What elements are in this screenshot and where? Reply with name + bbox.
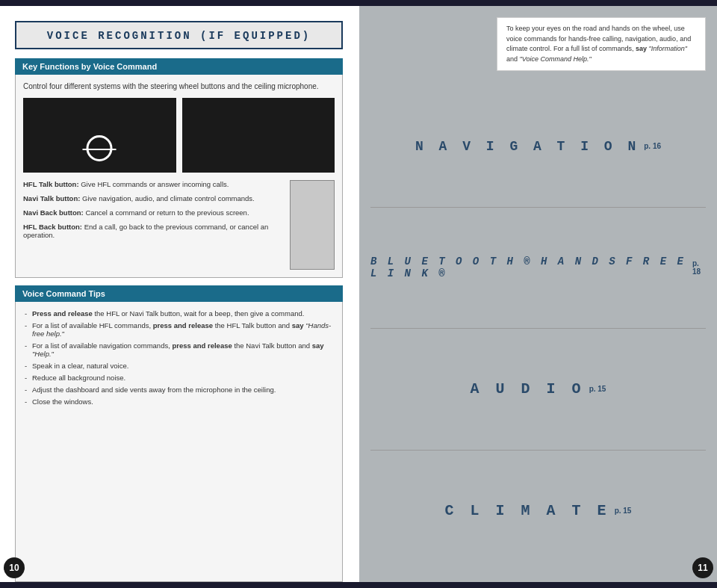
ceiling-mic-image: [182, 98, 335, 173]
navi-talk-label: Navi Talk button:: [23, 194, 80, 202]
steering-wheel-icon: [87, 135, 113, 161]
bluetooth-section: B L U E T O O T H ® H A N D S F R E E L …: [370, 208, 706, 329]
left-page-number: 10: [4, 557, 25, 578]
images-row: [23, 98, 335, 173]
key-functions-header: Key Functions by Voice Command: [15, 58, 343, 75]
tip-7: Close the windows.: [25, 397, 333, 406]
button-list: HFL Talk button: Give HFL commands or an…: [23, 180, 284, 270]
voice-recognition-title: VOICE RECOGNITION (if equipped): [47, 30, 311, 42]
hfl-back-button-item: HFL Back button: End a call, go back to …: [23, 223, 284, 239]
right-page: To keep your eyes on the road and hands …: [359, 6, 717, 582]
voice-tips-header: Voice Command Tips: [15, 285, 343, 302]
hfl-talk-label: HFL Talk button:: [23, 180, 79, 188]
diagram-connector-box: [290, 180, 335, 270]
steering-wheel-image: [23, 98, 176, 173]
key-functions-body: Control four different systems with the …: [15, 75, 343, 278]
voice-tips-list: Press and release the HFL or Navi Talk b…: [25, 309, 333, 406]
navigation-section: N A V I G A T I O N p. 16: [370, 86, 706, 208]
right-page-number: 11: [692, 557, 713, 578]
key-functions-description: Control four different systems with the …: [23, 82, 335, 90]
navi-back-text: Cancel a command or return to the previo…: [85, 208, 249, 217]
info-box: To keep your eyes on the road and hands …: [497, 17, 706, 71]
hfl-talk-text: Give HFL commands or answer incoming cal…: [81, 180, 229, 188]
navi-back-label: Navi Back button:: [23, 208, 84, 217]
navigation-page-ref: p. 16: [644, 142, 661, 150]
button-diagram: HFL Talk button: Give HFL commands or an…: [23, 180, 335, 270]
tip-6: Adjust the dashboard and side vents away…: [25, 386, 333, 394]
tip-3: For a list of available navigation comma…: [25, 341, 333, 358]
tip-4: Speak in a clear, natural voice.: [25, 362, 333, 370]
tip-5: Reduce all background noise.: [25, 374, 333, 382]
bluetooth-page-ref: p. 18: [692, 259, 706, 276]
climate-page-ref: p. 15: [615, 507, 632, 515]
navi-talk-button-item: Navi Talk button: Give navigation, audio…: [23, 194, 284, 202]
navigation-title: N A V I G A T I O N: [415, 139, 639, 154]
left-page: VOICE RECOGNITION (if equipped) Key Func…: [0, 6, 358, 582]
voice-recognition-title-box: VOICE RECOGNITION (if equipped): [15, 21, 343, 49]
navi-talk-text: Give navigation, audio, and climate cont…: [82, 194, 255, 202]
audio-section: A U D I O p. 15: [370, 329, 706, 451]
climate-title: C L I M A T E: [445, 502, 610, 519]
navi-back-button-item: Navi Back button: Cancel a command or re…: [23, 208, 284, 217]
voice-tips-body: Press and release the HFL or Navi Talk b…: [15, 302, 343, 582]
audio-title: A U D I O: [471, 380, 585, 397]
tip-1: Press and release the HFL or Navi Talk b…: [25, 309, 333, 318]
audio-page-ref: p. 15: [589, 385, 606, 393]
tip-2: For a list of available HFL commands, pr…: [25, 321, 333, 338]
top-bar: [0, 0, 717, 6]
bottom-bar: [0, 582, 717, 588]
bluetooth-title: B L U E T O O T H ® H A N D S F R E E L …: [370, 256, 688, 279]
climate-section: C L I M A T E p. 15: [370, 451, 706, 572]
hfl-back-label: HFL Back button:: [23, 223, 82, 231]
hfl-talk-button-item: HFL Talk button: Give HFL commands or an…: [23, 180, 284, 188]
right-sections: N A V I G A T I O N p. 16 B L U E T O O …: [370, 86, 706, 571]
